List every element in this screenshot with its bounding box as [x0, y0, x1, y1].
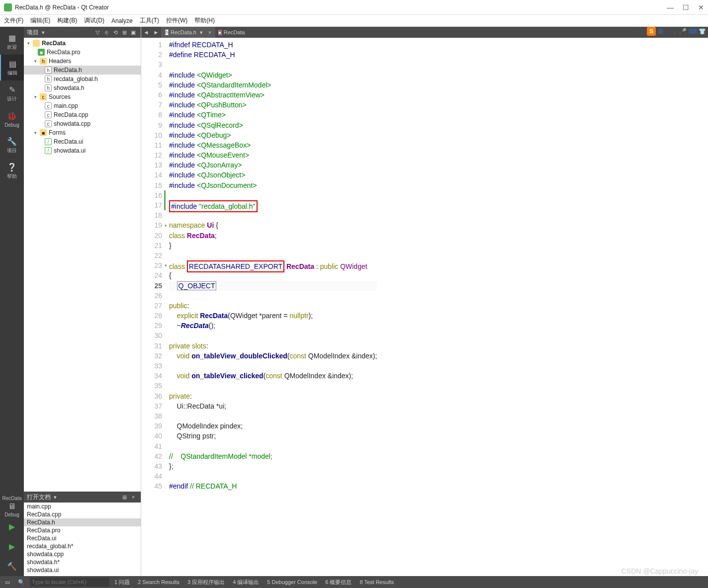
maximize-button[interactable]: ☐ — [683, 3, 689, 11]
locator-input[interactable] — [30, 578, 109, 587]
tree-file-main-cpp[interactable]: cmain.cpp — [24, 101, 141, 110]
nav-back-button[interactable]: ◄ — [141, 29, 151, 35]
menubar: 文件(F) 编辑(E) 构建(B) 调试(D) Analyze 工具(T) 控件… — [0, 15, 708, 27]
close-panel-icon[interactable]: × — [129, 494, 138, 500]
ui-file-icon: / — [45, 138, 52, 145]
mode-welcome[interactable]: ▦欢迎 — [0, 29, 24, 55]
cpp-file-icon: c — [45, 120, 52, 127]
tree-file-recdata-h[interactable]: hRecData.h — [24, 66, 141, 75]
menu-widgets[interactable]: 控件(W) — [166, 16, 187, 25]
open-doc-item[interactable]: showdata.ui — [24, 566, 141, 574]
tab-label: RecData.h — [171, 29, 196, 35]
tab-close-button[interactable]: × — [208, 30, 211, 35]
minimize-button[interactable]: — — [667, 3, 674, 11]
split-icon[interactable]: ⊞ — [120, 494, 129, 501]
menu-tools[interactable]: 工具(T) — [140, 16, 159, 25]
hammer-icon: 🔨 — [7, 561, 17, 571]
projects-header: 项目 ▾ ▽ ⎋ ⟲ ⊞ ▣ — [24, 27, 141, 38]
chevron-down-icon[interactable]: ▾ — [198, 29, 204, 36]
sync-icon[interactable]: ⟲ — [111, 29, 120, 36]
menu-build[interactable]: 构建(B) — [57, 16, 77, 25]
tree-file-showdata-cpp[interactable]: cshowdata.cpp — [24, 119, 141, 128]
menu-file[interactable]: 文件(F) — [4, 16, 23, 25]
sogou-icon[interactable]: S — [647, 27, 656, 36]
menu-analyze[interactable]: Analyze — [111, 17, 133, 24]
app-icon — [4, 3, 12, 11]
run-button[interactable]: ▶ — [0, 516, 24, 536]
h-file-icon: h — [165, 29, 169, 35]
menu-help[interactable]: 帮助(H) — [194, 16, 215, 25]
tree-sources[interactable]: ▾cSources — [24, 92, 141, 101]
tree-file-showdata-h[interactable]: hshowdata.h — [24, 84, 141, 92]
editor-tab-active[interactable]: h RecData.h ▾ × — [161, 27, 215, 38]
close-button[interactable]: ✕ — [698, 3, 704, 11]
ime-toolbar[interactable]: S 英 、， 🎤 ⌨ 👕 — [647, 27, 706, 36]
grid-icon: ▦ — [7, 33, 17, 43]
open-doc-item[interactable]: RecData.ui — [24, 534, 141, 542]
tree-pro-file[interactable]: ■RecData.pro — [24, 48, 141, 57]
mode-project[interactable]: 🔧项目 — [0, 132, 24, 158]
ime-extra-icons[interactable]: 、， 🎤 ⌨ 👕 — [666, 27, 706, 36]
mode-design[interactable]: ✎设计 — [0, 81, 24, 106]
status-app-output[interactable]: 3 应用程序输出 — [184, 579, 228, 586]
tree-headers[interactable]: ▾hHeaders — [24, 57, 141, 66]
open-doc-item[interactable]: showdata.h* — [24, 558, 141, 566]
open-docs-header: 打开文档 ▾ ⊞ × — [24, 492, 141, 503]
open-doc-item[interactable]: RecData.pro — [24, 526, 141, 534]
tree-root[interactable]: ▾RecData — [24, 39, 141, 48]
tree-file-recdata-global-h[interactable]: hrecdata_global.h — [24, 75, 141, 84]
play-bug-icon: ▶ — [7, 541, 17, 551]
h-file-icon: h — [45, 84, 52, 91]
debug-run-button[interactable]: ▶ — [0, 536, 24, 556]
mode-help[interactable]: ❔帮助 — [0, 158, 24, 184]
menu-edit[interactable]: 编辑(E) — [30, 16, 50, 25]
open-documents-list[interactable]: main.cppRecData.cppRecData.hRecData.proR… — [24, 503, 141, 576]
target-selector[interactable]: RecData🖥Debug — [0, 497, 24, 516]
build-button[interactable]: 🔨 — [0, 556, 24, 576]
ime-lang[interactable]: 英 — [658, 27, 664, 36]
projects-title: 项目 — [27, 28, 39, 37]
mode-edit[interactable]: ▤编辑 — [0, 55, 24, 81]
link-icon[interactable]: ⎋ — [102, 29, 111, 35]
open-docs-title: 打开文档 — [27, 493, 51, 502]
tree-forms[interactable]: ▾■Forms — [24, 128, 141, 137]
search-icon: 🔍 — [15, 579, 28, 586]
design-icon: ✎ — [7, 84, 17, 94]
split-icon[interactable]: ⊞ — [120, 29, 129, 36]
filter-icon[interactable]: ▽ — [93, 29, 102, 36]
open-doc-item[interactable]: main.cpp — [24, 503, 141, 510]
status-search-results[interactable]: 2 Search Results — [135, 579, 182, 585]
panel-toggle-icon[interactable]: ▭ — [2, 579, 13, 586]
status-general[interactable]: 6 概要信息 — [322, 579, 354, 586]
wrench-icon: 🔧 — [7, 136, 17, 146]
open-doc-item[interactable]: recdata_global.h* — [24, 542, 141, 550]
cpp-file-icon: c — [45, 102, 52, 109]
code-editor[interactable]: 123456789101112131415161718▾19202122▾232… — [141, 38, 708, 576]
open-doc-item[interactable]: showdata.cpp — [24, 550, 141, 558]
dropdown-icon[interactable]: ▾ — [39, 29, 48, 36]
project-tree[interactable]: ▾RecData ■RecData.pro ▾hHeaders hRecData… — [24, 38, 141, 492]
tree-file-recdata-ui[interactable]: /RecData.ui — [24, 137, 141, 146]
status-debugger-console[interactable]: 5 Debugger Console — [264, 579, 320, 585]
status-test-results[interactable]: 8 Test Results — [356, 579, 397, 585]
nav-fwd-button[interactable]: ► — [151, 29, 161, 35]
folder-icon: h — [40, 58, 47, 65]
tree-file-recdata-cpp[interactable]: cRecData.cpp — [24, 110, 141, 119]
open-doc-item[interactable]: RecData.cpp — [24, 510, 141, 518]
ui-file-icon: / — [45, 147, 52, 154]
mode-rail: ▦欢迎 ▤编辑 ✎设计 🐞Debug 🔧项目 ❔帮助 RecData🖥Debug… — [0, 27, 24, 576]
breadcrumb-class[interactable]: RecData — [224, 29, 245, 35]
folder-icon: c — [40, 93, 47, 100]
menu-debug[interactable]: 调试(D) — [84, 16, 104, 25]
tree-file-showdata-ui[interactable]: /showdata.ui — [24, 146, 141, 155]
dropdown-icon[interactable]: ▾ — [51, 494, 60, 501]
mode-debug[interactable]: 🐞Debug — [0, 106, 24, 132]
folder-icon: ■ — [40, 129, 47, 136]
qt-icon: ■ — [38, 49, 45, 56]
monitor-icon: 🖥 — [7, 502, 17, 511]
class-icon: ■ — [218, 30, 222, 35]
collapse-icon[interactable]: ▣ — [129, 29, 138, 36]
status-issues[interactable]: 1 问题 — [111, 579, 133, 586]
status-compile-output[interactable]: 4 编译输出 — [230, 579, 262, 586]
open-doc-item[interactable]: RecData.h — [24, 518, 141, 526]
